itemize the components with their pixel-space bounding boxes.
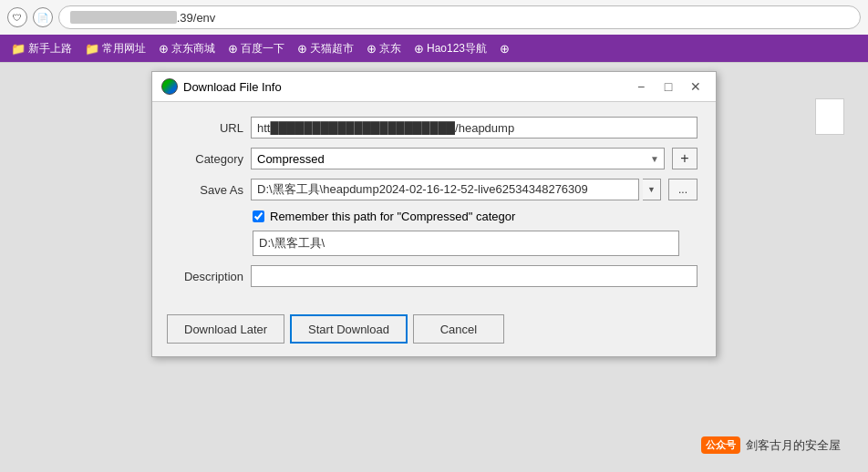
- address-bar[interactable]: .39/env: [58, 5, 861, 29]
- bookmarks-bar: 📁 新手上路 📁 常用网址 ⊕ 京东商城 ⊕ 百度一下 ⊕ 天猫超市 ⊕ 京东 …: [0, 35, 868, 62]
- description-row: Description: [170, 265, 698, 287]
- bookmark-baidu[interactable]: ⊕ 百度一下: [222, 39, 290, 58]
- bookmark-jd[interactable]: ⊕ 京东: [361, 39, 407, 58]
- url-input[interactable]: [251, 117, 698, 139]
- dialog-backdrop: Download File Info − □ ✕ URL Category Co…: [0, 62, 868, 472]
- dialog-title-text: Download File Info: [183, 80, 625, 94]
- start-download-button[interactable]: Start Download: [290, 314, 408, 344]
- cancel-button[interactable]: Cancel: [413, 314, 504, 344]
- globe-icon: ⊕: [414, 42, 424, 56]
- browser-chrome: 🛡 📄 .39/env 📁 新手上路 📁 常用网址 ⊕ 京东商城 ⊕: [0, 0, 868, 63]
- path-input[interactable]: [253, 231, 679, 256]
- shield-icon: 🛡: [13, 13, 22, 23]
- saveas-dropdown[interactable]: ▼: [643, 179, 661, 200]
- folder-icon: 📁: [11, 42, 26, 56]
- minimize-button[interactable]: −: [630, 77, 652, 96]
- bookmark-label: 百度一下: [241, 41, 284, 56]
- description-label: Description: [170, 270, 243, 283]
- file-preview-icon: [815, 98, 844, 135]
- shield-button[interactable]: 🛡: [7, 7, 27, 27]
- category-select-wrapper: Compressed Documents Music Videos Progra…: [251, 148, 665, 169]
- watermark: 公众号 剑客古月的安全屋: [701, 436, 841, 454]
- download-later-button[interactable]: Download Later: [167, 314, 284, 344]
- bookmark-jingdong[interactable]: ⊕ 京东商城: [153, 39, 221, 58]
- saveas-label: Save As: [170, 183, 243, 197]
- bookmark-tianmao[interactable]: ⊕ 天猫超市: [292, 39, 359, 58]
- globe-icon: ⊕: [228, 42, 238, 56]
- bookmark-changyongwangzhi[interactable]: 📁 常用网址: [79, 39, 151, 58]
- bookmark-more[interactable]: ⊕: [494, 40, 515, 57]
- bookmark-label: 常用网址: [102, 41, 146, 56]
- bookmark-label: 京东: [379, 41, 401, 56]
- page-icon: 📄: [37, 13, 48, 23]
- saveas-row: Save As ▼ ...: [170, 179, 698, 200]
- category-select[interactable]: Compressed Documents Music Videos Progra…: [251, 148, 665, 169]
- page-button[interactable]: 📄: [33, 7, 53, 27]
- dialog-body: URL Category Compressed Documents Music …: [152, 102, 716, 307]
- bookmark-label: 京东商城: [171, 41, 215, 56]
- saveas-wrapper: ▼: [251, 179, 661, 200]
- category-row: Category Compressed Documents Music Vide…: [170, 148, 698, 169]
- saveas-input[interactable]: [251, 179, 639, 200]
- remember-row: Remember this path for "Compressed" cate…: [253, 210, 698, 223]
- remember-path-label[interactable]: Remember this path for "Compressed" cate…: [270, 210, 515, 223]
- bookmark-xinshoushanlu[interactable]: 📁 新手上路: [5, 39, 78, 58]
- dialog-titlebar: Download File Info − □ ✕: [152, 72, 716, 102]
- browse-button[interactable]: ...: [668, 179, 698, 200]
- folder-icon: 📁: [85, 42, 99, 56]
- globe-icon: ⊕: [367, 42, 377, 56]
- bookmark-hao123[interactable]: ⊕ Hao123导航: [408, 39, 492, 58]
- globe-icon: ⊕: [159, 42, 169, 56]
- watermark-badge: 公众号: [701, 436, 740, 454]
- maximize-button[interactable]: □: [657, 77, 679, 96]
- category-label: Category: [170, 152, 243, 166]
- idm-icon: [161, 78, 178, 95]
- url-row: URL: [170, 117, 698, 139]
- bookmark-label: 天猫超市: [310, 41, 354, 56]
- close-button[interactable]: ✕: [685, 77, 707, 96]
- add-category-button[interactable]: +: [672, 148, 698, 169]
- bookmark-label: 新手上路: [28, 41, 72, 56]
- download-file-info-dialog: Download File Info − □ ✕ URL Category Co…: [151, 71, 717, 357]
- url-label: URL: [170, 121, 243, 135]
- address-suffix: .39/env: [177, 11, 216, 25]
- url-blurred: [70, 11, 177, 24]
- remember-path-checkbox[interactable]: [253, 210, 264, 222]
- browser-toolbar: 🛡 📄 .39/env: [0, 0, 868, 35]
- bookmark-label: Hao123导航: [427, 41, 487, 56]
- dialog-footer: Download Later Start Download Cancel: [152, 307, 716, 356]
- globe-icon: ⊕: [297, 42, 307, 56]
- watermark-text: 剑客古月的安全屋: [746, 437, 841, 454]
- path-display: [253, 231, 679, 256]
- description-input[interactable]: [251, 265, 698, 287]
- globe-icon: ⊕: [500, 42, 510, 56]
